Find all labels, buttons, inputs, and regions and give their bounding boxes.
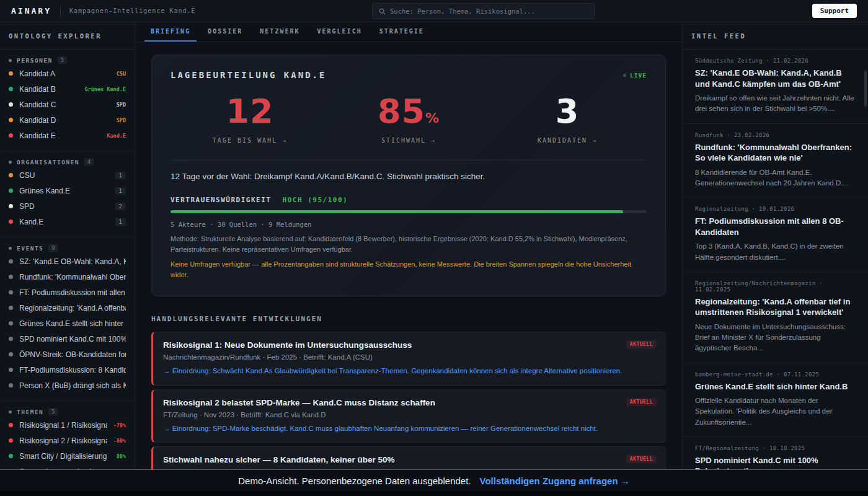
- entity-dot-icon: [9, 133, 13, 138]
- sidebar-item[interactable]: Kandidat DSPD: [9, 112, 126, 128]
- sidebar-item[interactable]: Rundfunk: 'Kommunalwahl Oberfra...: [9, 269, 126, 285]
- sidebar-item[interactable]: SPD2: [9, 198, 126, 214]
- hero-title: LAGEBEURTEILUNG KAND.E: [170, 70, 326, 80]
- section-count-badge: 5: [48, 408, 58, 415]
- item-count-badge: 1: [115, 172, 126, 179]
- sidebar-item[interactable]: FT: Podiumsdiskussion mit allen 8 ...: [9, 285, 126, 300]
- sidebar-item[interactable]: Person X (BuB) drängt sich als Kan...: [9, 378, 126, 393]
- feed-item-meta: bamberg-meine-stadt.de · 07.11.2025: [695, 371, 856, 378]
- support-button[interactable]: Support: [812, 4, 857, 18]
- feed-date: 21.02.2026: [773, 58, 808, 64]
- feed-scrollbar-thumb[interactable]: [864, 71, 867, 107]
- development-assessment: → Einordnung: SPD-Marke beschädigt. Kand…: [163, 423, 655, 434]
- search-icon: [379, 8, 386, 15]
- item-count-badge: 1: [115, 187, 126, 195]
- sidebar-item[interactable]: Grünes Kand.E1: [9, 183, 126, 198]
- entity-dot-icon: [9, 337, 13, 341]
- section-count-badge: 4: [84, 158, 94, 166]
- tab-vergleich[interactable]: VERGLEICH: [311, 22, 368, 42]
- entity-dot-icon: [9, 383, 13, 388]
- sidebar-item-label: Grünes Kand.E: [19, 187, 109, 195]
- developments-heading: HANDLUNGSRELEVANTE ENTWICKLUNGEN: [151, 315, 666, 323]
- tab-briefing[interactable]: BRIEFING: [144, 22, 197, 42]
- search-input[interactable]: [390, 7, 588, 15]
- entity-dot-icon: [9, 438, 13, 443]
- tab-netzwerk[interactable]: NETZWERK: [254, 22, 306, 42]
- confidence-value: HOCH (95/100): [283, 196, 348, 204]
- confidence-bar-track: [170, 210, 647, 213]
- feed-item-snippet: 8 Kandidierende für OB-Amt Kand.E. Gener…: [695, 167, 856, 189]
- feed-item-snippet: Top 3 (Kand.A, Kand.B, Kand.C) in der zw…: [695, 241, 856, 263]
- tab-strategie[interactable]: STRATEGIE: [373, 22, 430, 42]
- tab-dossier[interactable]: DOSSIER: [202, 22, 249, 42]
- entity-dot-icon: [9, 219, 13, 224]
- sidebar-item[interactable]: Risikosignal 1 / Risikosignal 1-70%: [9, 417, 126, 433]
- sidebar-item[interactable]: FT-Podiumsdiskussion: 8 Kandidat...: [9, 362, 126, 378]
- sidebar-item[interactable]: Kandidat ACSU: [9, 66, 126, 81]
- sidebar-item[interactable]: Smart City / Digitalisierung80%: [9, 448, 126, 464]
- entity-dot-icon: [9, 368, 13, 372]
- sidebar-item[interactable]: Risikosignal 2 / Risikosignal 2-60%: [9, 433, 126, 448]
- section-header-personen[interactable]: PERSONEN5: [9, 56, 126, 64]
- development-title: Risikosignal 2 belastet SPD-Marke — Kand…: [163, 398, 655, 407]
- sidebar-item-label: SZ: 'Kand.E OB-Wahl: Kand.A, Kan...: [19, 257, 126, 266]
- global-search[interactable]: [372, 3, 595, 19]
- bottom-strip: [0, 491, 868, 496]
- ontology-section-personen: PERSONEN5Kandidat ACSUKandidat BGrünes K…: [0, 50, 135, 151]
- section-header-events[interactable]: EVENTS9: [9, 244, 126, 252]
- app-subtitle: Kampagnen-Intelligence Kand.E: [69, 7, 196, 14]
- section-dot-icon: [9, 59, 12, 62]
- section-dot-icon: [9, 410, 12, 414]
- section-label: EVENTS: [17, 245, 43, 252]
- development-card[interactable]: Risikosignal 2 belastet SPD-Marke — Kand…: [151, 389, 666, 443]
- sidebar-item[interactable]: Kandidat CSPD: [9, 97, 126, 112]
- sidebar-item[interactable]: Kandidat BGrünes Kand.E: [9, 81, 126, 97]
- feed-item[interactable]: Regionalzeitung · 19.01.2026FT: Podiumsd…: [683, 198, 868, 272]
- sidebar-item[interactable]: CSU1: [9, 167, 126, 183]
- ontology-explorer-sidebar: ONTOLOGY EXPLORER PERSONEN5Kandidat ACSU…: [0, 22, 135, 496]
- sidebar-item[interactable]: SZ: 'Kand.E OB-Wahl: Kand.A, Kan...: [9, 254, 126, 269]
- section-dot-icon: [9, 161, 12, 164]
- hero-stats-row: 12TAGE BIS WAHL →85%STICHWAHL →3KANDIDAT…: [170, 95, 647, 144]
- feed-item-meta: Regionalzeitung/Nachrichtenmagazin · 11.…: [695, 280, 856, 293]
- sidebar-item[interactable]: Regionalzeitung: 'Kand.A offenbar t...: [9, 300, 126, 316]
- feed-item[interactable]: Regionalzeitung/Nachrichtenmagazin · 11.…: [683, 272, 868, 363]
- aktuell-badge: AKTUELL: [626, 455, 657, 463]
- feed-date: 23.02.2026: [734, 132, 769, 138]
- item-tag: -70%: [113, 422, 126, 428]
- feed-item-snippet: Dreikampf so offen wie seit Jahrzehnten …: [695, 93, 856, 115]
- sidebar-item-label: FT-Podiumsdiskussion: 8 Kandidat...: [19, 366, 126, 374]
- sidebar-item[interactable]: Kand.E1: [9, 214, 126, 229]
- sidebar-item[interactable]: ÖPNV-Streik: OB-Kandidaten forde...: [9, 347, 126, 362]
- sidebar-item-label: Risikosignal 2 / Risikosignal 2: [19, 436, 107, 445]
- item-tag: CSU: [117, 71, 126, 77]
- entity-dot-icon: [9, 118, 13, 122]
- sidebar-item-label: Kandidat C: [19, 100, 110, 109]
- stat-label: KANDIDATEN →: [488, 137, 647, 144]
- section-header-themen[interactable]: THEMEN5: [9, 408, 126, 415]
- sidebar-item[interactable]: Kandidat EKand.E: [9, 128, 126, 143]
- feed-item[interactable]: Rundfunk · 23.02.2026Rundfunk: 'Kommunal…: [683, 124, 868, 198]
- section-header-organisationen[interactable]: ORGANISATIONEN4: [9, 158, 126, 166]
- feed-source: Regionalzeitung/Nachrichtenmagazin: [695, 280, 815, 286]
- sources-summary: 5 Akteure · 30 Quellen · 9 Meldungen: [170, 221, 647, 228]
- sidebar-item[interactable]: Grünes Kand.E stellt sich hinter Ka...: [9, 316, 126, 331]
- development-card[interactable]: Risikosignal 1: Neue Dokumente im Unters…: [151, 332, 666, 386]
- feed-source: Regionalzeitung: [695, 206, 748, 212]
- ontology-section-organisationen: ORGANISATIONEN4CSU1Grünes Kand.E1SPD2Kan…: [0, 151, 135, 237]
- development-assessment: → Einordnung: Schwächt Kand.As Glaubwürd…: [163, 366, 655, 376]
- sidebar-item-label: Kandidat A: [19, 69, 110, 78]
- entity-dot-icon: [9, 102, 13, 107]
- section-label: ORGANISATIONEN: [17, 159, 79, 166]
- ontology-sections: PERSONEN5Kandidat ACSUKandidat BGrünes K…: [0, 50, 135, 496]
- feed-item[interactable]: Süddeutsche Zeitung · 21.02.2026SZ: 'Kan…: [683, 50, 868, 124]
- sidebar-item[interactable]: SPD nominiert Kand.C mit 100% De...: [9, 331, 126, 347]
- hero-stat: 85%STICHWAHL →: [329, 95, 488, 144]
- entity-dot-icon: [9, 188, 13, 193]
- item-count-badge: 1: [115, 218, 126, 226]
- feed-date: 11.02.2025: [695, 286, 730, 293]
- entity-dot-icon: [9, 87, 13, 91]
- feed-item[interactable]: bamberg-meine-stadt.de · 07.11.2025Grüne…: [683, 363, 868, 437]
- request-full-access-link[interactable]: Vollständigen Zugang anfragen →: [480, 476, 630, 486]
- main-column: BRIEFINGDOSSIERNETZWERKVERGLEICHSTRATEGI…: [135, 22, 682, 496]
